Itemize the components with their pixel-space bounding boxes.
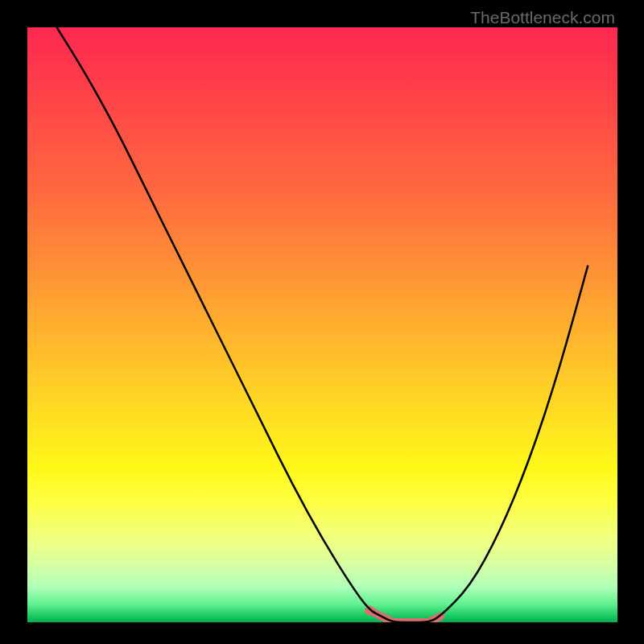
optimal-range-highlight [369, 610, 440, 622]
curve-svg [27, 27, 617, 622]
optimal-range-start-dot [365, 605, 374, 615]
bottleneck-curve [57, 27, 588, 622]
watermark-text: TheBottleneck.com [470, 8, 615, 27]
chart-root: TheBottleneck.com [0, 0, 644, 644]
plot-area [27, 27, 617, 622]
